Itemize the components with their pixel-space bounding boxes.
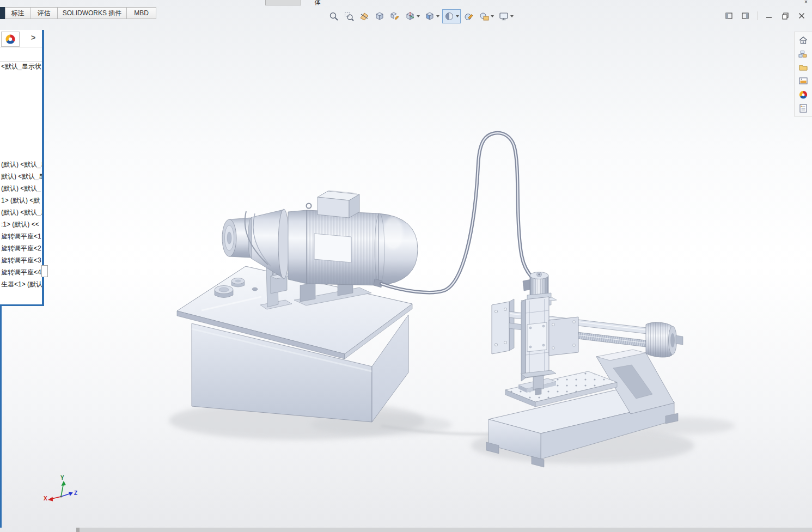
display-style-icon: [424, 11, 435, 22]
tab-annotation[interactable]: 标注: [5, 7, 30, 19]
folder-icon: [798, 62, 809, 73]
view-orientation-dropdown[interactable]: [417, 15, 420, 17]
tree-item[interactable]: 默认) <默认_显: [1, 170, 42, 182]
edit-appearance-icon: [463, 11, 474, 22]
viewport-left-border: [0, 306, 2, 528]
tree-item[interactable]: 旋转调平座<3: [1, 254, 42, 266]
file-explorer-button[interactable]: [796, 62, 810, 73]
status-bar-notch: [76, 528, 80, 532]
collapse-right-pane-button[interactable]: [741, 11, 750, 21]
minimize-icon: [765, 11, 773, 20]
home-icon: [798, 35, 809, 46]
panel-splitter-horizontal[interactable]: [0, 304, 44, 306]
task-pane: [794, 32, 812, 117]
view-settings-dropdown[interactable]: [510, 15, 514, 17]
tree-item[interactable]: (默认) <默认_: [1, 182, 42, 194]
feature-tree-list: (默认) <默认_显 默认) <默认_显 (默认) <默认_ 1> (默认) <…: [1, 158, 42, 290]
3d-viewport-model[interactable]: Y X Z: [0, 0, 812, 532]
panel-divider: [0, 47, 42, 47]
tooltip-fragment: [41, 265, 48, 277]
restore-icon: [781, 11, 790, 20]
hide-show-items-button[interactable]: [442, 9, 461, 23]
dynamic-annotation-view-button[interactable]: [388, 9, 402, 23]
restore-button[interactable]: [780, 11, 790, 21]
appearances-icon: [798, 89, 809, 100]
tree-item[interactable]: 生器<1> (默认: [1, 278, 42, 290]
tab-mbd[interactable]: MBD: [126, 7, 156, 19]
edit-appearance-button[interactable]: [462, 9, 476, 23]
clipped-toolbar-button[interactable]: [265, 0, 301, 5]
cross-carriage: [549, 317, 578, 356]
tab-solidworks-addins[interactable]: SOLIDWORKS 插件: [57, 7, 127, 19]
window-controls: [724, 11, 807, 21]
view-settings-icon: [498, 11, 509, 22]
tree-item[interactable]: 旋转调平座<2: [1, 242, 42, 254]
display-state-label: <默认_显示状: [1, 62, 41, 71]
apply-scene-dropdown[interactable]: [491, 15, 494, 17]
zoom-to-area-icon: [344, 11, 355, 22]
heads-up-toolbar: [327, 9, 515, 24]
design-library-button[interactable]: [796, 48, 810, 59]
view-palette-button[interactable]: [796, 75, 810, 87]
design-library-icon: [798, 48, 809, 59]
feature-tree-tab[interactable]: [1, 32, 20, 47]
3d-drawing-view-button[interactable]: [373, 9, 387, 23]
zoom-to-fit-button[interactable]: [327, 9, 341, 23]
tree-item[interactable]: (默认) <默认_显: [1, 158, 42, 170]
collapse-left-pane-button[interactable]: [724, 11, 734, 21]
collapse-left-pane-icon: [725, 11, 734, 20]
close-button[interactable]: [797, 11, 807, 21]
view-orientation-icon: [405, 11, 416, 22]
commandmanager-corner: [0, 7, 5, 19]
tree-item[interactable]: 旋转调平座<4: [1, 266, 42, 278]
hide-show-items-dropdown[interactable]: [456, 15, 459, 17]
triad-z-label: Z: [74, 490, 77, 496]
apply-scene-icon: [479, 11, 490, 22]
custom-properties-icon: [798, 103, 809, 114]
zoom-to-area-button[interactable]: [342, 9, 356, 23]
top-close-icon[interactable]: ×: [804, 0, 808, 5]
section-view-button[interactable]: [357, 9, 371, 23]
solidworks-part-icon: [4, 33, 16, 45]
collapse-right-pane-icon: [741, 11, 750, 20]
tree-item[interactable]: 1> (默认) <默: [1, 194, 42, 206]
appearances-scenes-button[interactable]: [796, 89, 810, 100]
panel-splitter-vertical[interactable]: [42, 30, 44, 306]
custom-properties-button[interactable]: [796, 102, 810, 114]
minimize-button[interactable]: [764, 11, 774, 21]
feature-manager-panel: > <默认_显示状 (默认) <默认_显 默认) <默认_显 (默认) <默认_…: [0, 30, 42, 304]
display-style-dropdown[interactable]: [436, 15, 439, 17]
3d-drawing-view-icon: [374, 11, 385, 22]
hide-show-items-icon: [444, 11, 455, 22]
panel-expand-chevron[interactable]: >: [31, 33, 35, 42]
apply-scene-button[interactable]: [477, 9, 496, 23]
view-palette-icon: [798, 76, 809, 87]
solidworks-resources-button[interactable]: [796, 34, 810, 46]
window-controls-separator: [757, 11, 758, 20]
view-settings-button[interactable]: [497, 9, 515, 23]
dynamic-annotation-view-icon: [389, 11, 400, 22]
status-bar: [76, 528, 812, 532]
tree-item[interactable]: (默认) <默认_显示: [1, 206, 42, 218]
triad-x-label: X: [44, 496, 47, 502]
panel-divider-2: [0, 61, 42, 62]
triad-y-label: Y: [60, 475, 64, 481]
zoom-to-fit-icon: [328, 11, 339, 22]
clipped-menu-label: 体: [315, 0, 321, 7]
tree-item[interactable]: 旋转调平座<1: [1, 230, 42, 242]
view-orientation-button[interactable]: [403, 9, 422, 23]
pump: [222, 218, 251, 258]
section-view-icon: [359, 11, 370, 22]
close-icon: [797, 11, 806, 20]
tab-evaluate[interactable]: 评估: [30, 7, 58, 19]
tree-item[interactable]: :1> (默认) <<: [1, 218, 42, 230]
display-style-button[interactable]: [423, 9, 441, 23]
